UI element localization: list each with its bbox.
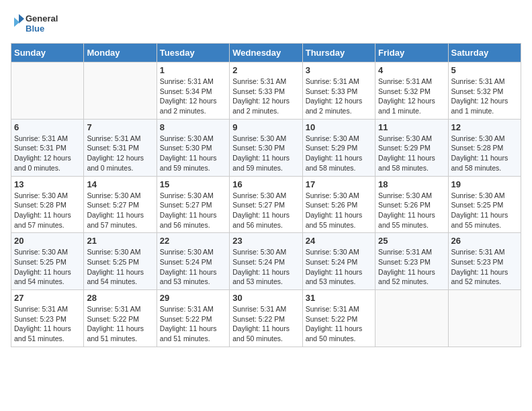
day-number: 23	[232, 236, 299, 246]
day-detail: Sunrise: 5:30 AMSunset: 5:28 PMDaylight:…	[451, 134, 518, 173]
calendar-cell: 19Sunrise: 5:30 AMSunset: 5:25 PMDayligh…	[448, 176, 521, 233]
day-detail: Sunrise: 5:31 AMSunset: 5:32 PMDaylight:…	[378, 77, 445, 116]
day-number: 17	[306, 179, 372, 189]
svg-marker-2	[19, 14, 24, 24]
svg-text:General: General	[26, 13, 58, 24]
calendar-cell: 2Sunrise: 5:31 AMSunset: 5:33 PMDaylight…	[230, 62, 302, 120]
day-detail: Sunrise: 5:31 AMSunset: 5:23 PMDaylight:…	[14, 304, 81, 344]
day-detail: Sunrise: 5:31 AMSunset: 5:34 PMDaylight:…	[160, 77, 226, 116]
day-number: 12	[451, 122, 518, 132]
calendar-cell: 23Sunrise: 5:30 AMSunset: 5:24 PMDayligh…	[230, 233, 302, 290]
day-detail: Sunrise: 5:31 AMSunset: 5:31 PMDaylight:…	[87, 134, 153, 173]
day-detail: Sunrise: 5:30 AMSunset: 5:24 PMDaylight:…	[232, 247, 299, 287]
day-number: 16	[232, 179, 299, 189]
day-detail: Sunrise: 5:31 AMSunset: 5:22 PMDaylight:…	[160, 304, 226, 344]
day-detail: Sunrise: 5:31 AMSunset: 5:31 PMDaylight:…	[14, 134, 81, 173]
header: General Blue	[11, 11, 521, 38]
calendar-cell: 8Sunrise: 5:30 AMSunset: 5:30 PMDaylight…	[157, 119, 229, 176]
day-number: 15	[160, 179, 226, 189]
day-number: 20	[14, 236, 81, 246]
col-header-sunday: Sunday	[11, 44, 84, 62]
day-detail: Sunrise: 5:30 AMSunset: 5:24 PMDaylight:…	[160, 247, 226, 287]
calendar-cell: 29Sunrise: 5:31 AMSunset: 5:22 PMDayligh…	[157, 290, 229, 347]
day-number: 26	[451, 236, 518, 246]
calendar-cell: 21Sunrise: 5:30 AMSunset: 5:25 PMDayligh…	[84, 233, 157, 290]
day-number: 5	[451, 65, 518, 75]
day-detail: Sunrise: 5:30 AMSunset: 5:29 PMDaylight:…	[378, 134, 445, 173]
col-header-thursday: Thursday	[302, 44, 375, 62]
calendar-cell	[84, 62, 157, 120]
day-detail: Sunrise: 5:31 AMSunset: 5:32 PMDaylight:…	[451, 77, 518, 116]
calendar-cell	[375, 290, 448, 347]
day-number: 13	[14, 179, 81, 189]
day-number: 18	[378, 179, 445, 189]
day-detail: Sunrise: 5:30 AMSunset: 5:27 PMDaylight:…	[160, 191, 226, 230]
day-detail: Sunrise: 5:30 AMSunset: 5:30 PMDaylight:…	[232, 134, 299, 173]
calendar-cell: 5Sunrise: 5:31 AMSunset: 5:32 PMDaylight…	[448, 62, 521, 120]
day-detail: Sunrise: 5:30 AMSunset: 5:24 PMDaylight:…	[306, 247, 372, 287]
calendar-cell	[448, 290, 521, 347]
day-detail: Sunrise: 5:31 AMSunset: 5:22 PMDaylight:…	[87, 304, 153, 344]
calendar-cell: 11Sunrise: 5:30 AMSunset: 5:29 PMDayligh…	[375, 119, 448, 176]
calendar-cell: 10Sunrise: 5:30 AMSunset: 5:29 PMDayligh…	[302, 119, 375, 176]
svg-text:Blue: Blue	[26, 24, 44, 34]
calendar-cell: 7Sunrise: 5:31 AMSunset: 5:31 PMDaylight…	[84, 119, 157, 176]
day-number: 8	[160, 122, 226, 132]
day-detail: Sunrise: 5:30 AMSunset: 5:27 PMDaylight:…	[232, 191, 299, 230]
day-number: 11	[378, 122, 445, 132]
calendar-week-1: 1Sunrise: 5:31 AMSunset: 5:34 PMDaylight…	[11, 62, 521, 120]
day-detail: Sunrise: 5:30 AMSunset: 5:25 PMDaylight:…	[451, 191, 518, 230]
day-number: 30	[232, 293, 299, 303]
calendar-cell: 27Sunrise: 5:31 AMSunset: 5:23 PMDayligh…	[11, 290, 84, 347]
calendar-cell: 6Sunrise: 5:31 AMSunset: 5:31 PMDaylight…	[11, 119, 84, 176]
day-number: 28	[87, 293, 153, 303]
col-header-friday: Friday	[375, 44, 448, 62]
calendar-cell: 9Sunrise: 5:30 AMSunset: 5:30 PMDaylight…	[230, 119, 302, 176]
day-detail: Sunrise: 5:31 AMSunset: 5:23 PMDaylight:…	[451, 247, 518, 287]
day-number: 2	[232, 65, 299, 75]
day-detail: Sunrise: 5:30 AMSunset: 5:26 PMDaylight:…	[306, 191, 372, 230]
day-detail: Sunrise: 5:31 AMSunset: 5:22 PMDaylight:…	[232, 304, 299, 344]
calendar-cell: 4Sunrise: 5:31 AMSunset: 5:32 PMDaylight…	[375, 62, 448, 120]
day-detail: Sunrise: 5:30 AMSunset: 5:29 PMDaylight:…	[306, 134, 372, 173]
logo: General Blue	[11, 11, 78, 38]
day-number: 14	[87, 179, 153, 189]
calendar-cell: 30Sunrise: 5:31 AMSunset: 5:22 PMDayligh…	[230, 290, 302, 347]
calendar-cell: 18Sunrise: 5:30 AMSunset: 5:26 PMDayligh…	[375, 176, 448, 233]
day-detail: Sunrise: 5:30 AMSunset: 5:30 PMDaylight:…	[160, 134, 226, 173]
calendar-cell	[11, 62, 84, 120]
day-number: 7	[87, 122, 153, 132]
calendar-cell: 14Sunrise: 5:30 AMSunset: 5:27 PMDayligh…	[84, 176, 157, 233]
day-detail: Sunrise: 5:31 AMSunset: 5:33 PMDaylight:…	[232, 77, 299, 116]
day-number: 27	[14, 293, 81, 303]
day-number: 4	[378, 65, 445, 75]
day-number: 19	[451, 179, 518, 189]
calendar-week-3: 13Sunrise: 5:30 AMSunset: 5:28 PMDayligh…	[11, 176, 521, 233]
day-number: 9	[232, 122, 299, 132]
calendar-week-4: 20Sunrise: 5:30 AMSunset: 5:25 PMDayligh…	[11, 233, 521, 290]
day-number: 21	[87, 236, 153, 246]
calendar-cell: 26Sunrise: 5:31 AMSunset: 5:23 PMDayligh…	[448, 233, 521, 290]
calendar-cell: 25Sunrise: 5:31 AMSunset: 5:23 PMDayligh…	[375, 233, 448, 290]
calendar-cell: 12Sunrise: 5:30 AMSunset: 5:28 PMDayligh…	[448, 119, 521, 176]
calendar-cell: 15Sunrise: 5:30 AMSunset: 5:27 PMDayligh…	[157, 176, 229, 233]
day-number: 3	[306, 65, 372, 75]
day-detail: Sunrise: 5:30 AMSunset: 5:27 PMDaylight:…	[87, 191, 153, 230]
logo-svg: General Blue	[11, 11, 78, 38]
day-detail: Sunrise: 5:31 AMSunset: 5:33 PMDaylight:…	[306, 77, 372, 116]
calendar-week-5: 27Sunrise: 5:31 AMSunset: 5:23 PMDayligh…	[11, 290, 521, 347]
calendar-cell: 28Sunrise: 5:31 AMSunset: 5:22 PMDayligh…	[84, 290, 157, 347]
day-number: 22	[160, 236, 226, 246]
calendar-cell: 13Sunrise: 5:30 AMSunset: 5:28 PMDayligh…	[11, 176, 84, 233]
day-detail: Sunrise: 5:30 AMSunset: 5:28 PMDaylight:…	[14, 191, 81, 230]
day-detail: Sunrise: 5:30 AMSunset: 5:25 PMDaylight:…	[87, 247, 153, 287]
day-detail: Sunrise: 5:30 AMSunset: 5:26 PMDaylight:…	[378, 191, 445, 230]
day-number: 6	[14, 122, 81, 132]
day-number: 10	[306, 122, 372, 132]
day-number: 31	[306, 293, 372, 303]
calendar-cell: 24Sunrise: 5:30 AMSunset: 5:24 PMDayligh…	[302, 233, 375, 290]
day-number: 1	[160, 65, 226, 75]
day-detail: Sunrise: 5:31 AMSunset: 5:23 PMDaylight:…	[378, 247, 445, 287]
day-detail: Sunrise: 5:31 AMSunset: 5:22 PMDaylight:…	[306, 304, 372, 344]
calendar-cell: 22Sunrise: 5:30 AMSunset: 5:24 PMDayligh…	[157, 233, 229, 290]
